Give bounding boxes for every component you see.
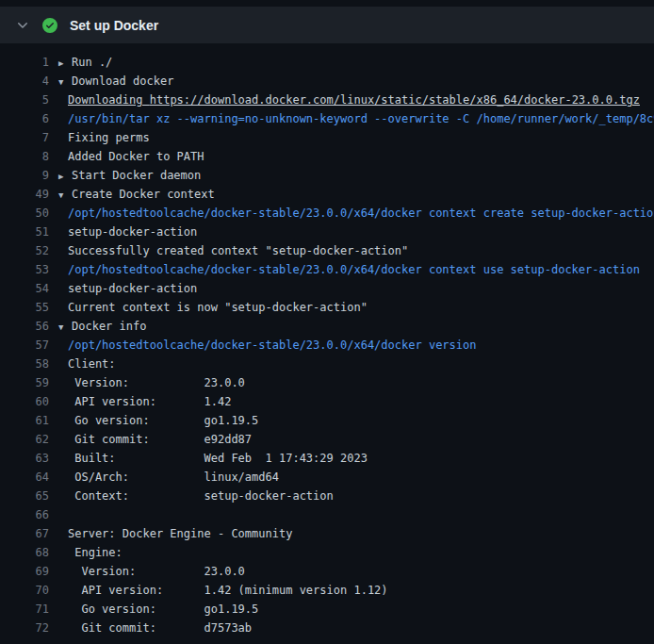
log-line: 66 <box>0 505 654 524</box>
step-header[interactable]: Set up Docker <box>0 7 654 43</box>
line-number[interactable]: 50 <box>0 204 49 223</box>
log-line: 64 OS/Arch: linux/amd64 <box>0 468 654 487</box>
log-line[interactable]: 56▼Docker info <box>0 317 654 336</box>
line-number[interactable]: 5 <box>0 91 49 109</box>
log-line: 51setup-docker-action <box>0 223 654 241</box>
group-title: Run ./ <box>72 56 112 69</box>
line-number[interactable]: 61 <box>0 411 49 430</box>
log-text: OS/Arch: linux/amd64 <box>49 468 279 487</box>
log-text: Fixing perms <box>49 128 150 147</box>
log-text: Git commit: e92dd87 <box>49 430 252 449</box>
log-line: 63 Built: Wed Feb 1 17:43:29 2023 <box>0 449 654 468</box>
line-number[interactable]: 62 <box>0 430 49 449</box>
log-console: 1▶Run ./4▼Download docker5Downloading ht… <box>0 43 654 637</box>
log-text: Downloading <box>68 93 150 107</box>
group-title: Download docker <box>72 74 173 88</box>
line-number[interactable]: 55 <box>0 298 49 317</box>
log-command-text: /opt/hostedtoolcache/docker-stable/23.0.… <box>49 260 640 279</box>
line-number[interactable]: 1 <box>0 53 49 72</box>
line-number[interactable]: 59 <box>0 373 49 392</box>
line-number[interactable]: 68 <box>0 543 49 562</box>
group-collapsed-arrow-icon[interactable]: ▶ <box>58 54 72 73</box>
step-title: Set up Docker <box>70 18 158 33</box>
line-number[interactable]: 54 <box>0 279 49 298</box>
line-number[interactable]: 9 <box>0 166 49 185</box>
log-line: 71 Go version: go1.19.5 <box>0 600 654 619</box>
log-line: 54setup-docker-action <box>0 279 654 298</box>
log-line[interactable]: 1▶Run ./ <box>0 53 654 72</box>
log-line: 6/usr/bin/tar xz --warning=no-unknown-ke… <box>0 109 654 128</box>
line-number[interactable]: 67 <box>0 524 49 543</box>
line-number[interactable]: 64 <box>0 468 49 487</box>
log-line: 53/opt/hostedtoolcache/docker-stable/23.… <box>0 260 654 279</box>
line-number[interactable]: 49 <box>0 185 49 204</box>
log-line: 65 Context: setup-docker-action <box>0 487 654 505</box>
log-text: setup-docker-action <box>49 223 197 241</box>
line-number[interactable]: 52 <box>0 241 49 260</box>
log-text: Added Docker to PATH <box>49 147 204 166</box>
log-line: 52Successfully created context "setup-do… <box>0 241 654 260</box>
line-number[interactable]: 57 <box>0 336 49 355</box>
log-line[interactable]: 9▶Start Docker daemon <box>0 166 654 185</box>
line-number[interactable]: 51 <box>0 223 49 241</box>
log-link[interactable]: https://download.docker.com/linux/static… <box>150 93 640 107</box>
line-number[interactable]: 6 <box>0 109 49 128</box>
log-text: API version: 1.42 (minimum version 1.12) <box>49 581 388 600</box>
log-line: 72 Git commit: d7573ab <box>0 619 654 637</box>
log-text: Context: setup-docker-action <box>49 487 334 505</box>
log-text: API version: 1.42 <box>49 392 231 411</box>
log-text: Git commit: d7573ab <box>49 619 252 637</box>
log-line: 8Added Docker to PATH <box>0 147 654 166</box>
line-number[interactable]: 70 <box>0 581 49 600</box>
log-text: Go version: go1.19.5 <box>49 600 258 619</box>
group-collapsed-arrow-icon[interactable]: ▶ <box>58 167 72 186</box>
chevron-down-icon[interactable] <box>15 18 30 33</box>
log-line[interactable]: 49▼Create Docker context <box>0 185 654 204</box>
log-text: Version: 23.0.0 <box>49 562 245 581</box>
log-command-text: /usr/bin/tar xz --warning=no-unknown-key… <box>49 109 654 128</box>
line-number[interactable]: 60 <box>0 392 49 411</box>
group-expanded-arrow-icon[interactable]: ▼ <box>58 318 72 337</box>
line-number[interactable]: 69 <box>0 562 49 581</box>
log-command-text: /opt/hostedtoolcache/docker-stable/23.0.… <box>49 204 654 223</box>
line-number[interactable]: 56 <box>0 317 49 336</box>
group-expanded-arrow-icon[interactable]: ▼ <box>58 73 72 91</box>
log-line: 68 Engine: <box>0 543 654 562</box>
line-number[interactable]: 72 <box>0 619 49 637</box>
line-number[interactable]: 4 <box>0 72 49 91</box>
log-line: 55Current context is now "setup-docker-a… <box>0 298 654 317</box>
line-number[interactable]: 65 <box>0 487 49 505</box>
log-line: 7Fixing perms <box>0 128 654 147</box>
log-line: 69 Version: 23.0.0 <box>0 562 654 581</box>
group-expanded-arrow-icon[interactable]: ▼ <box>58 186 72 205</box>
group-title: Start Docker daemon <box>72 169 201 182</box>
line-number[interactable]: 66 <box>0 505 49 524</box>
line-number[interactable]: 58 <box>0 355 49 373</box>
log-text: Engine: <box>49 543 123 562</box>
log-line: 50/opt/hostedtoolcache/docker-stable/23.… <box>0 204 654 223</box>
log-line: 58Client: <box>0 355 654 373</box>
log-line: 60 API version: 1.42 <box>0 392 654 411</box>
log-line: 62 Git commit: e92dd87 <box>0 430 654 449</box>
log-line: 5Downloading https://download.docker.com… <box>0 91 654 109</box>
log-line: 59 Version: 23.0.0 <box>0 373 654 392</box>
group-title: Docker info <box>72 320 146 333</box>
line-number[interactable]: 71 <box>0 600 49 619</box>
log-text: Go version: go1.19.5 <box>49 411 258 430</box>
group-title: Create Docker context <box>72 188 215 201</box>
log-text: Current context is now "setup-docker-act… <box>49 298 368 317</box>
log-line[interactable]: 4▼Download docker <box>0 72 654 91</box>
log-text: Server: Docker Engine - Community <box>49 524 292 543</box>
log-text: Successfully created context "setup-dock… <box>49 241 408 260</box>
line-number[interactable]: 8 <box>0 147 49 166</box>
log-line: 61 Go version: go1.19.5 <box>0 411 654 430</box>
log-text: Version: 23.0.0 <box>49 373 245 392</box>
log-text <box>49 505 68 524</box>
log-line: 57/opt/hostedtoolcache/docker-stable/23.… <box>0 336 654 355</box>
log-text: setup-docker-action <box>49 279 197 298</box>
log-text: Built: Wed Feb 1 17:43:29 2023 <box>49 449 368 468</box>
line-number[interactable]: 7 <box>0 128 49 147</box>
line-number[interactable]: 63 <box>0 449 49 468</box>
log-line: 67Server: Docker Engine - Community <box>0 524 654 543</box>
line-number[interactable]: 53 <box>0 260 49 279</box>
